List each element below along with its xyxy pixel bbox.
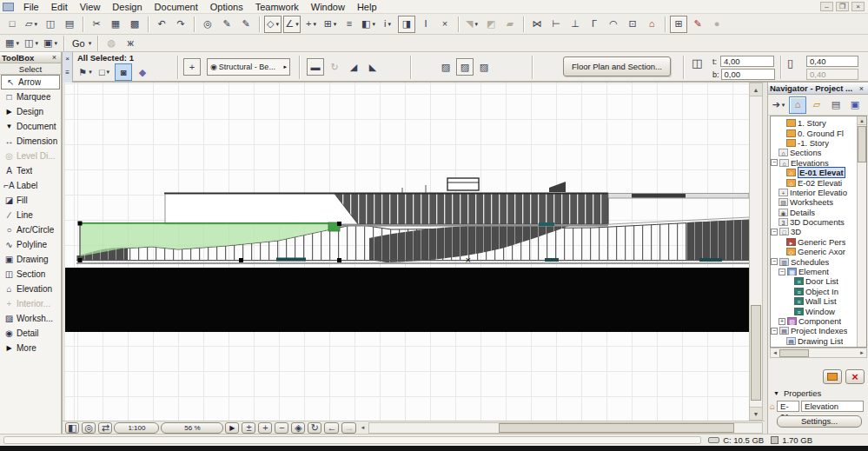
layout-view-button[interactable]: ▣▾ (42, 36, 59, 50)
hatch-direction-right-button[interactable]: ▨ (475, 58, 493, 76)
paste-button[interactable]: ▩ (126, 16, 143, 33)
pick-up-parameters-button[interactable]: ✎ (218, 16, 235, 33)
previous-zoom-button[interactable]: ← (324, 422, 339, 434)
infobox-menu-icon[interactable]: ≡ (63, 66, 72, 80)
next-zoom-button[interactable]: → (341, 422, 356, 434)
walkthrough-button[interactable]: ж (122, 36, 139, 50)
tree-item-element[interactable]: −▦Element (771, 267, 857, 276)
snap-grid-button[interactable]: ⊞▾ (321, 16, 339, 33)
menu-view[interactable]: View (74, 0, 107, 14)
canvas-horizontal-scrollbar[interactable] (368, 422, 763, 434)
elevation-drawing-viewport[interactable]: × (65, 83, 749, 421)
scroll-up-icon[interactable]: ▲ (750, 83, 762, 96)
toolbox-item-fill-tool[interactable]: ◪Fill (0, 193, 61, 208)
menu-teamwork[interactable]: Teamwork (249, 0, 305, 14)
tree-item-1-story[interactable]: 1. Story (771, 118, 857, 128)
zoom-adjust-button[interactable]: ± (242, 422, 255, 434)
paint-bucket-button[interactable]: ◙ (115, 63, 132, 81)
redo-button[interactable]: ↷ (172, 16, 189, 33)
menu-edit[interactable]: Edit (45, 0, 74, 14)
resize-button[interactable]: ⊡ (624, 16, 641, 33)
pet-palette-button[interactable]: ◧ (65, 422, 79, 434)
zoom-in-button[interactable]: + (258, 422, 272, 434)
collapse-icon[interactable]: − (771, 328, 778, 335)
adjust-button[interactable]: ⊥ (567, 16, 584, 33)
beam-button[interactable]: ▰ (501, 16, 519, 33)
tree-item-component[interactable]: +▧Component (771, 316, 857, 326)
tree-scroll-right-icon[interactable]: ► (858, 350, 866, 355)
toolbox-item-section-tool[interactable]: ◫Section (0, 267, 61, 282)
fit-in-window-button[interactable]: ⊞ (670, 16, 687, 33)
tree-item-3d[interactable]: −□3D (771, 227, 857, 236)
guide-lines-button[interactable]: ≡ (341, 16, 358, 33)
cursor-snap-button[interactable]: +▾ (302, 16, 320, 33)
section-view-button[interactable]: ◫▾ (23, 36, 40, 50)
layers-button[interactable]: ◧▾ (360, 16, 377, 33)
toolbox-item-level-dimension-tool[interactable]: ◎Level Di... (0, 149, 61, 163)
menu-help[interactable]: Help (351, 0, 383, 14)
viewpoint-id-field[interactable]: E-01 (777, 401, 799, 412)
fillet-button[interactable]: ◠ (605, 16, 622, 33)
tree-item-drawing-list[interactable]: ▤Drawing List (771, 336, 857, 346)
layout-book-button[interactable]: ▤ (827, 96, 845, 114)
collapse-icon[interactable]: − (771, 159, 778, 166)
fit-arrows-button[interactable]: ⇄ (98, 422, 112, 434)
infobox-close-icon[interactable]: × (63, 52, 72, 66)
tree-item-schedules[interactable]: −▥Schedules (771, 256, 857, 266)
inject-parameters-button[interactable]: ✎ (237, 16, 255, 33)
find-and-select-button[interactable]: ◎ (199, 16, 216, 33)
pan-button[interactable]: ◈ (291, 422, 305, 434)
collapse-icon[interactable]: − (779, 269, 785, 275)
zoom-out-button[interactable]: − (275, 422, 288, 434)
toolbox-close-icon[interactable]: × (50, 53, 59, 62)
toolbox-item-worksheet-tool[interactable]: ▨Worksh... (0, 311, 61, 326)
toolbox-item-text-tool[interactable]: AText (0, 163, 61, 178)
tree-vertical-scrollbar[interactable]: ▲ (857, 116, 866, 347)
gravity-button[interactable]: ∠▾ (283, 16, 301, 33)
skylight-button[interactable]: ◩ (482, 16, 500, 33)
outline-shape-button[interactable]: □▾ (96, 63, 113, 81)
menu-design[interactable]: Design (106, 0, 148, 14)
toolbox-item-line-tool[interactable]: ∕Line (0, 208, 61, 222)
tree-item-3d-documents[interactable]: 33D Documents (771, 217, 857, 227)
menu-window[interactable]: Window (305, 0, 351, 14)
hatch-direction-center-button[interactable]: ▨ (456, 58, 474, 76)
tree-scroll-up-icon[interactable]: ▲ (858, 116, 866, 125)
toolbox-item-design-group[interactable]: ▶Design (0, 104, 61, 119)
tree-item-e-01-elevat[interactable]: ⌂E-01 Elevat (771, 168, 857, 177)
pointer-target-button[interactable]: + (183, 58, 201, 76)
split-button[interactable]: ⊢ (547, 16, 565, 33)
tree-item-generic-axor[interactable]: ◇Generic Axor (771, 247, 857, 256)
favorites-flag-button[interactable]: ⚑▾ (76, 63, 94, 81)
toolbox-item-detail-tool[interactable]: ◉Detail (0, 326, 61, 341)
tree-hscroll-thumb[interactable] (779, 349, 809, 357)
orbit-button[interactable]: ↻ (308, 422, 321, 434)
scale-button[interactable]: 1:100 (114, 422, 159, 434)
cut-button[interactable]: ✂ (88, 16, 105, 33)
tree-item-window[interactable]: ≡Window (771, 306, 857, 315)
marker-tools-button[interactable]: ◥▾ (463, 16, 480, 33)
tree-item-details[interactable]: ◉Details (771, 208, 857, 217)
new-viewpoint-button[interactable] (823, 369, 842, 384)
stamp-button[interactable]: ✎ (689, 16, 706, 33)
tree-scroll-left-icon[interactable]: ◄ (771, 350, 779, 355)
tree-item-door-list[interactable]: ≡Door List (771, 276, 857, 286)
tree-item-sections[interactable]: ⌂Sections (771, 148, 857, 157)
project-chooser-button[interactable]: ➔▾ (770, 96, 787, 114)
top-offset-field[interactable]: 4,00 (720, 56, 774, 67)
structure-display-combo[interactable]: ◉ Structural - Be... ▸ (207, 58, 290, 76)
record-button[interactable]: ● (708, 16, 726, 33)
navigator-close-icon[interactable]: × (857, 84, 866, 93)
delete-viewpoint-button[interactable]: × (845, 369, 865, 384)
toolbox-item-arc-circle-tool[interactable]: ○Arc/Circle (0, 222, 61, 237)
tree-item-object-in[interactable]: ≡Object In (771, 287, 857, 296)
tree-item-e-02-elevati[interactable]: ⌂E-02 Elevati (771, 177, 857, 187)
thickness-field[interactable]: 0,40 (806, 56, 858, 67)
intersect-button[interactable]: Γ (586, 16, 603, 33)
hatch-direction-left-button[interactable]: ▨ (437, 58, 454, 76)
expand-icon[interactable]: + (779, 318, 785, 325)
pen-shape-button[interactable]: ◢ (345, 58, 362, 76)
tree-item-project-indexes[interactable]: −▤Project Indexes (771, 326, 857, 335)
hscroll-left-icon[interactable]: ◄ (358, 425, 367, 430)
toolbox-item-label-tool[interactable]: ⌐ALabel (0, 178, 61, 193)
